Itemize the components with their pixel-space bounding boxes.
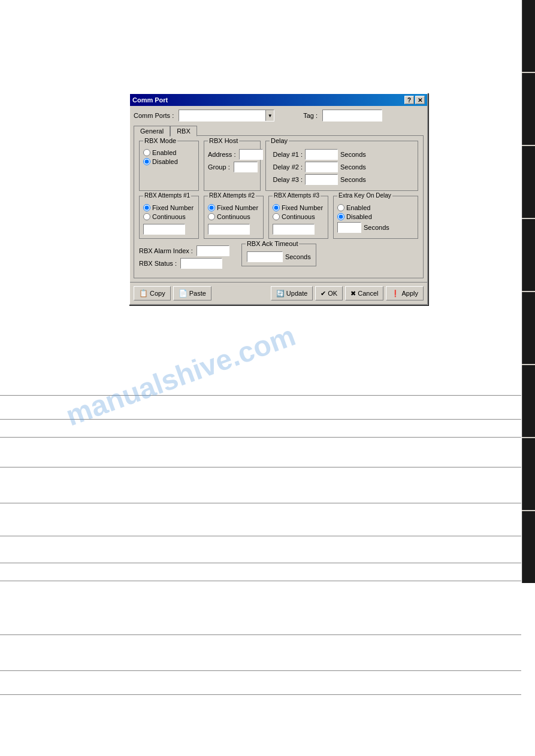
attempts1-continuous-row: Continuous <box>143 213 195 220</box>
rbx-attempts-1-title: RBX Attempts #1 <box>143 192 191 199</box>
copy-icon: 📋 <box>139 289 148 297</box>
tab-general[interactable]: General <box>134 126 170 136</box>
attempts1-fixed-radio[interactable] <box>143 204 150 211</box>
delay1-input[interactable]: 20.0 <box>305 149 338 160</box>
delay2-label: Delay #2 : <box>270 163 303 171</box>
ok-button[interactable]: ✔ OK <box>315 286 343 300</box>
attempts3-fixed-label: Fixed Number <box>282 204 323 211</box>
dialog-titlebar: Comm Port ? ✕ <box>130 94 427 106</box>
extra-key-enabled-label: Enabled <box>346 204 370 211</box>
rbx-mode-disabled-label: Disabled <box>152 158 178 165</box>
rbx-host-address-row: Address : 1 <box>208 149 256 160</box>
rbx-mode-enabled-row: Enabled <box>143 149 195 156</box>
attempts2-continuous-radio[interactable] <box>208 213 215 220</box>
extra-key-enabled-row: Enabled <box>337 204 414 211</box>
attempts1-fixed-row: Fixed Number <box>143 204 195 211</box>
right-tab-4 <box>522 219 535 291</box>
rbx-host-title: RBX Host <box>208 137 239 144</box>
rbx-host-group: RBX Host Address : 1 Group : 0 <box>204 141 261 191</box>
attempts2-value-input[interactable]: 2 <box>208 224 250 235</box>
comm-ports-row: Comm Ports : 1 - Local Port ▼ Tag : Loca… <box>134 110 424 122</box>
divider-2 <box>0 419 521 420</box>
paste-button[interactable]: 📄 Paste <box>173 286 211 300</box>
rbx-host-group-input[interactable]: 0 <box>234 162 258 172</box>
rbx-mode-enabled-label: Enabled <box>152 149 176 156</box>
paste-icon: 📄 <box>179 289 188 297</box>
alarm-index-row: RBX Alarm Index : 0 <box>139 245 229 256</box>
attempts2-fixed-row: Fixed Number <box>208 204 259 211</box>
attempts1-continuous-radio[interactable] <box>143 213 150 220</box>
attempts2-continuous-label: Continuous <box>217 213 250 220</box>
attempts1-value-input[interactable]: 1 <box>143 224 185 235</box>
extra-key-disabled-label: Disabled <box>346 213 372 220</box>
rbx-status-input[interactable]: Inactive <box>180 258 222 269</box>
delay2-input[interactable]: 30.0 <box>305 162 338 172</box>
right-tab-1 <box>522 0 535 72</box>
divider-1 <box>0 395 521 396</box>
divider-7 <box>0 563 521 563</box>
attempts2-continuous-row: Continuous <box>208 213 259 220</box>
right-tab-5 <box>522 292 535 364</box>
extra-key-enabled-radio[interactable] <box>337 204 344 211</box>
rbx-host-address-input[interactable]: 1 <box>239 149 263 160</box>
comm-ports-combo[interactable]: 1 - Local Port ▼ <box>179 110 274 122</box>
alarm-index-input[interactable]: 0 <box>197 245 229 256</box>
cancel-icon: ✖ <box>350 290 356 297</box>
update-icon: 🔄 <box>276 290 285 297</box>
comm-ports-input[interactable]: 1 - Local Port <box>179 110 265 121</box>
ok-icon: ✔ <box>321 290 326 297</box>
apply-icon: ❗ <box>391 290 400 297</box>
attempts3-fixed-radio[interactable] <box>273 204 280 211</box>
divider-5 <box>0 503 521 503</box>
combo-arrow-icon[interactable]: ▼ <box>265 110 274 121</box>
right-tab-3 <box>522 146 535 218</box>
right-tab-7 <box>522 438 535 510</box>
alarm-status-section: RBX Alarm Index : 0 RBX Status : Inactiv… <box>139 244 229 271</box>
ack-timeout-input[interactable]: 60.0 <box>247 251 283 262</box>
help-button[interactable]: ? <box>404 96 414 104</box>
close-button[interactable]: ✕ <box>415 96 425 104</box>
apply-button[interactable]: ❗ Apply <box>386 286 424 300</box>
extra-key-unit: Seconds <box>364 224 389 231</box>
attempts2-fixed-radio[interactable] <box>208 204 215 211</box>
divider-10 <box>0 670 521 671</box>
tab-rbx[interactable]: RBX <box>170 126 197 136</box>
delay3-input[interactable]: 45.0 <box>305 174 338 185</box>
rbx-status-label: RBX Status : <box>139 260 177 267</box>
right-tab-8 <box>522 511 535 583</box>
tag-input[interactable]: Local Port <box>322 110 382 122</box>
right-tab-6 <box>522 365 535 437</box>
attempts3-fixed-row: Fixed Number <box>273 204 324 211</box>
extra-key-value-input[interactable]: 0 <box>337 222 361 233</box>
dialog-title: Comm Port <box>132 96 168 104</box>
delay1-row: Delay #1 : 20.0 Seconds <box>270 149 414 160</box>
cancel-button[interactable]: ✖ Cancel <box>345 286 383 300</box>
right-sidebar <box>522 0 535 756</box>
attempts-group-row: RBX Attempts #1 Fixed Number Continuous … <box>139 196 418 239</box>
dialog-footer: 📋 Copy 📄 Paste 🔄 Update ✔ OK ✖ <box>130 282 427 304</box>
comm-ports-label: Comm Ports : <box>134 112 174 119</box>
ack-timeout-unit: Seconds <box>285 253 311 260</box>
tag-label: Tag : <box>303 112 318 119</box>
divider-8 <box>0 581 521 581</box>
tab-content-rbx: RBX Mode Enabled Disabled <box>134 135 424 278</box>
rbx-mode-enabled-radio[interactable] <box>143 149 150 156</box>
rbx-mode-disabled-radio[interactable] <box>143 158 150 165</box>
rbx-mode-group: RBX Mode Enabled Disabled <box>139 141 199 191</box>
copy-button[interactable]: 📋 Copy <box>134 286 171 300</box>
rbx-status-row: RBX Status : Inactive <box>139 258 229 269</box>
extra-key-disabled-radio[interactable] <box>337 213 344 220</box>
update-button[interactable]: 🔄 Update <box>271 286 313 300</box>
rbx-attempts-2-title: RBX Attempts #2 <box>208 192 256 199</box>
delay1-unit: Seconds <box>340 151 366 158</box>
delay-title: Delay <box>270 137 289 144</box>
attempts3-continuous-radio[interactable] <box>273 213 280 220</box>
titlebar-buttons: ? ✕ <box>404 96 425 104</box>
extra-key-disabled-row: Disabled <box>337 213 414 220</box>
delay-group: Delay Delay #1 : 20.0 Seconds Delay #2 :… <box>265 141 418 191</box>
tab-bar: General RBX <box>134 125 424 136</box>
delay2-unit: Seconds <box>340 163 366 171</box>
delay3-unit: Seconds <box>340 176 366 183</box>
attempts3-value-input[interactable]: 3 <box>273 224 315 235</box>
divider-3 <box>0 437 521 438</box>
